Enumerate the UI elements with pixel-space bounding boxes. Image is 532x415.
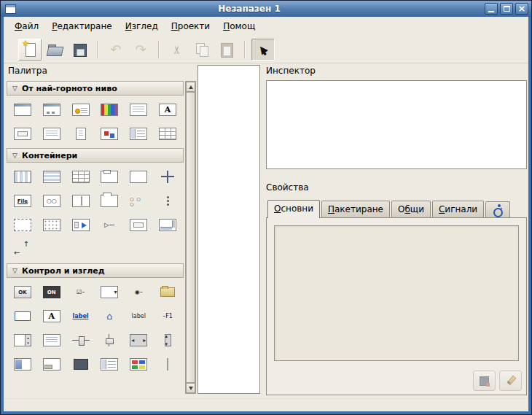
palette-section-containers[interactable]: ▽Контейнери xyxy=(7,148,184,163)
menu-projects[interactable]: Проекти xyxy=(165,18,216,34)
palette-item-toolbar[interactable]: ○○ xyxy=(37,189,66,213)
palette-item-image[interactable]: ⌂ xyxy=(95,304,124,328)
open-button[interactable] xyxy=(43,39,66,61)
palette-item-progress-bar[interactable] xyxy=(8,352,37,376)
color-selection-dialog-icon xyxy=(101,104,118,116)
palette-section-toplevel[interactable]: ▽От най-горното ниво xyxy=(7,81,184,96)
tab-packing[interactable]: Пакетиране xyxy=(321,201,390,217)
palette-item-horizontal-scrollbar[interactable] xyxy=(124,328,153,352)
palette-item-hbox[interactable] xyxy=(8,165,37,189)
horizontal-scrollbar-icon xyxy=(130,334,147,346)
palette-item-vertical-scale[interactable] xyxy=(95,328,124,352)
palette-section-controls[interactable]: ▽Контрол и изглед xyxy=(7,263,184,278)
palette-item-entry[interactable] xyxy=(8,304,37,328)
palette-item-table[interactable] xyxy=(66,165,95,189)
close-button[interactable] xyxy=(515,3,528,15)
palette-item-hbuttonbox[interactable]: ○ ○ ○ xyxy=(124,189,153,213)
tab-signals[interactable]: Сигнали xyxy=(432,201,484,217)
save-button[interactable] xyxy=(68,39,91,61)
alignment-icon xyxy=(14,243,31,255)
palette-item-window[interactable] xyxy=(8,98,37,122)
min-icon xyxy=(488,11,494,12)
palette-item-list-dialog[interactable] xyxy=(124,122,153,146)
palette-item-text-view[interactable] xyxy=(37,328,66,352)
palette-item-accel-label[interactable]: label xyxy=(124,304,153,328)
palette-item-aspect-frame[interactable] xyxy=(124,213,153,237)
palette-item-recent-chooser-dialog[interactable] xyxy=(66,122,95,146)
palette-item-hpaned[interactable] xyxy=(66,189,95,213)
palette-item-accelerator[interactable]: –F1 xyxy=(153,304,182,328)
palette-item-drawing-area[interactable] xyxy=(66,352,95,376)
palette-item-vertical-separator[interactable] xyxy=(153,352,182,376)
palette-item-alignment[interactable] xyxy=(8,237,37,261)
palette-item-expander[interactable]: ▷— xyxy=(95,213,124,237)
palette-item-vbuttonbox[interactable] xyxy=(153,189,182,213)
palette-item-icon-view[interactable] xyxy=(124,352,153,376)
palette-item-menubar[interactable]: File xyxy=(8,189,37,213)
tab-common[interactable]: Общи xyxy=(391,201,431,217)
palette-item-tree-view[interactable] xyxy=(95,352,124,376)
palette-item-calendar-dialog[interactable] xyxy=(153,122,182,146)
inspector-view[interactable] xyxy=(266,80,527,169)
iconview-icon xyxy=(43,219,60,231)
palette-item-scrolled-window[interactable] xyxy=(153,213,182,237)
palette-item-combo-box[interactable] xyxy=(95,280,124,304)
new-button[interactable] xyxy=(18,39,42,61)
palette-item-file-chooser-button[interactable] xyxy=(153,280,182,304)
accel-label-icon: label xyxy=(130,310,147,322)
scroll-up-button[interactable] xyxy=(186,82,195,92)
palette-item-horizontal-scale[interactable] xyxy=(66,328,95,352)
label-icon: A xyxy=(43,310,60,322)
palette-item-vertical-scrollbar[interactable] xyxy=(153,328,182,352)
palette-item-vbox[interactable] xyxy=(37,165,66,189)
scrollbar-thumb[interactable] xyxy=(186,92,195,383)
font-selection-dialog-icon: A xyxy=(159,104,176,116)
properties-content xyxy=(274,225,519,361)
tab-accessibility[interactable] xyxy=(485,201,510,217)
palette-item-check-button[interactable]: ☑– xyxy=(66,280,95,304)
combo-box-icon xyxy=(101,286,118,298)
scroll-down-button[interactable] xyxy=(186,383,195,393)
palette-item-iconview[interactable] xyxy=(37,213,66,237)
palette-item-color-selection-dialog[interactable] xyxy=(95,98,124,122)
palette-item-message-dialog[interactable] xyxy=(66,98,95,122)
palette-item-font-selection-dialog[interactable]: A xyxy=(153,98,182,122)
selector-button[interactable] xyxy=(251,39,275,61)
palette-item-button[interactable]: OK xyxy=(8,280,37,304)
palette-item-file-chooser-dialog[interactable] xyxy=(37,122,66,146)
palette-item-notebook[interactable] xyxy=(95,189,124,213)
paste-button xyxy=(215,39,238,61)
list-dialog-icon xyxy=(130,128,147,140)
handlebox-icon xyxy=(72,219,90,231)
palette-item-toggle-button[interactable]: ON xyxy=(37,280,66,304)
palette-item-dialog[interactable] xyxy=(37,98,66,122)
palette-item-popup-window[interactable] xyxy=(8,122,37,146)
menu-help[interactable]: Помощ xyxy=(216,18,262,34)
palette-scrollbar[interactable] xyxy=(185,81,196,394)
menu-edit[interactable]: Редактиране xyxy=(45,18,119,34)
redo-button xyxy=(129,39,152,61)
palette-item-spin-button[interactable] xyxy=(8,328,37,352)
maximize-button[interactable] xyxy=(500,3,513,15)
palette-item-about-dialog[interactable] xyxy=(124,98,153,122)
menu-file[interactable]: Файл xyxy=(8,18,45,34)
palette-item-status-bar[interactable] xyxy=(37,352,66,376)
palette-item-assistant[interactable] xyxy=(95,122,124,146)
palette-section-body: A xyxy=(7,96,184,148)
palette-item-viewport[interactable] xyxy=(8,213,37,237)
palette-item-handlebox[interactable] xyxy=(66,213,95,237)
titlebar[interactable]: Незапазен 1 xyxy=(1,1,531,17)
horizontal-scale-icon xyxy=(72,334,90,346)
palette-item-fixed[interactable] xyxy=(124,165,153,189)
palette-item-link-button[interactable]: label xyxy=(66,304,95,328)
palette-item-label[interactable]: A xyxy=(37,304,66,328)
menu-view[interactable]: Изглед xyxy=(119,18,165,34)
minimize-button[interactable] xyxy=(485,3,498,15)
design-area[interactable] xyxy=(197,65,260,394)
scrollbar-track[interactable] xyxy=(186,92,195,383)
tab-basic[interactable]: Основни xyxy=(267,200,320,218)
palette-item-radio-button[interactable]: ◉– xyxy=(124,280,153,304)
dialog-icon xyxy=(43,104,60,116)
palette-item-layout[interactable] xyxy=(153,165,182,189)
palette-item-frame[interactable] xyxy=(95,165,124,189)
